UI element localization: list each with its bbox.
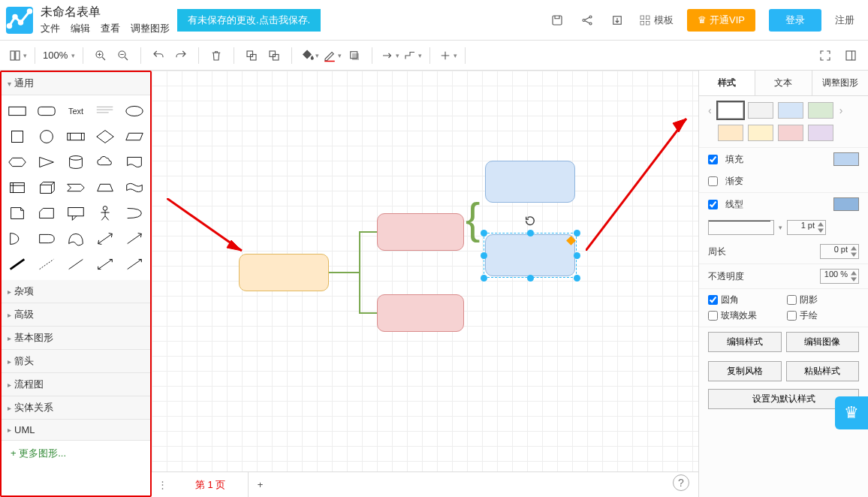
connector[interactable]	[359, 231, 360, 314]
format-panel-button[interactable]	[841, 46, 860, 65]
menu-view[interactable]: 查看	[101, 22, 120, 35]
export-icon[interactable]	[609, 12, 625, 29]
tab-style[interactable]: 样式	[699, 71, 755, 95]
shape-circle[interactable]	[32, 124, 62, 149]
resize-handle[interactable]	[527, 275, 534, 282]
swatch-green[interactable]	[808, 102, 833, 119]
hand-checkbox[interactable]	[787, 311, 797, 321]
shape-card[interactable]	[32, 200, 62, 226]
tab-page-1[interactable]: 第 1 页	[173, 472, 249, 497]
swatch-blue[interactable]	[778, 102, 803, 119]
shape-trapezoid[interactable]	[90, 175, 119, 200]
shape-hexagon[interactable]	[3, 149, 32, 175]
menu-file[interactable]: 文件	[41, 22, 60, 35]
section-flowchart[interactable]: 流程图	[2, 373, 150, 396]
section-advanced[interactable]: 高级	[2, 303, 150, 327]
waypoint-dropdown[interactable]	[402, 46, 422, 65]
undo-button[interactable]	[149, 46, 168, 65]
shape-bidir-arrow[interactable]	[90, 226, 119, 252]
fill-checkbox[interactable]	[708, 155, 718, 164]
section-basic[interactable]: 基本图形	[2, 327, 150, 350]
swatch-prev[interactable]: ‹	[707, 104, 713, 116]
shape-curve-connector[interactable]	[119, 200, 149, 226]
more-shapes-link[interactable]: + 更多图形...	[2, 441, 150, 466]
shape-parallelogram[interactable]	[119, 124, 149, 149]
menu-shape[interactable]: 调整图形	[131, 22, 170, 35]
fill-color-chip[interactable]	[833, 152, 859, 166]
opacity-input[interactable]: 100 %	[820, 269, 859, 284]
shape-ellipse[interactable]	[119, 98, 149, 124]
copy-style-button[interactable]: 复制风格	[708, 361, 782, 381]
swatch-yellow[interactable]	[748, 125, 773, 141]
shape-actor[interactable]	[90, 200, 119, 226]
node-red-1[interactable]	[377, 213, 464, 251]
swatch-orange[interactable]	[718, 125, 743, 141]
shape-cube[interactable]	[32, 175, 62, 200]
resize-handle[interactable]	[574, 230, 580, 236]
rotate-handle[interactable]	[524, 215, 536, 227]
swatch-grey[interactable]	[748, 102, 773, 119]
line-checkbox[interactable]	[708, 200, 718, 209]
resize-handle[interactable]	[481, 275, 487, 282]
unsaved-notice[interactable]: 有未保存的更改.点击我保存.	[177, 9, 321, 32]
shape-diamond[interactable]	[90, 124, 119, 149]
swatch-red[interactable]	[778, 125, 803, 141]
node-blue-1[interactable]	[485, 161, 575, 203]
glass-checkbox[interactable]	[708, 311, 718, 321]
connector[interactable]	[359, 312, 377, 314]
node-red-2[interactable]	[377, 294, 464, 332]
section-general[interactable]: 通用	[2, 72, 150, 95]
line-width-input[interactable]: 1 pt	[787, 220, 826, 235]
section-misc[interactable]: 杂项	[2, 280, 150, 303]
shape-callout[interactable]	[62, 200, 91, 226]
swatch-next[interactable]: ›	[838, 104, 845, 116]
connector[interactable]	[359, 231, 377, 233]
zoom-in-button[interactable]	[91, 46, 110, 65]
shape-and[interactable]	[32, 226, 62, 252]
view-mode-dropdown[interactable]	[8, 46, 27, 65]
shape-sidebar[interactable]: 通用 Text	[0, 71, 152, 497]
swatch-purple[interactable]	[808, 125, 833, 141]
to-front-button[interactable]	[242, 46, 261, 65]
zoom-out-button[interactable]	[113, 46, 133, 65]
shape-rounded-rect[interactable]	[32, 98, 62, 124]
fullscreen-button[interactable]	[815, 46, 835, 65]
shape-triangle[interactable]	[32, 149, 62, 175]
shape-link-bidir[interactable]	[90, 252, 119, 277]
perimeter-input[interactable]: 0 pt	[820, 244, 859, 259]
add-page-button[interactable]: +	[249, 479, 271, 490]
section-entity[interactable]: 实体关系	[2, 396, 150, 420]
shape-document[interactable]	[119, 149, 149, 175]
section-uml[interactable]: UML	[2, 420, 150, 441]
app-logo[interactable]	[6, 7, 33, 34]
line-color-dropdown[interactable]	[322, 46, 342, 65]
login-button[interactable]: 登录	[769, 9, 821, 32]
shape-or[interactable]	[3, 226, 32, 252]
pages-menu[interactable]: ⋮	[152, 479, 173, 490]
shadow-button[interactable]	[345, 46, 364, 65]
shape-step[interactable]	[62, 175, 91, 200]
section-arrows[interactable]: 箭头	[2, 350, 150, 373]
shape-rect[interactable]	[3, 98, 32, 124]
tab-adjust[interactable]: 调整图形	[812, 71, 868, 95]
share-icon[interactable]	[579, 12, 595, 29]
line-style-select[interactable]	[708, 220, 774, 235]
gradient-checkbox[interactable]	[708, 176, 718, 186]
shape-cloud[interactable]	[90, 149, 119, 175]
shape-textbox[interactable]	[90, 98, 119, 124]
connector[interactable]	[329, 272, 359, 273]
node-orange[interactable]	[239, 254, 329, 291]
shape-internal-storage[interactable]	[3, 175, 32, 200]
resize-handle[interactable]	[574, 275, 580, 282]
delete-button[interactable]	[206, 46, 226, 65]
zoom-dropdown[interactable]: 100%▾	[43, 50, 75, 61]
shape-link-arrow[interactable]	[119, 252, 149, 277]
redo-button[interactable]	[171, 46, 191, 65]
paste-style-button[interactable]: 粘贴样式	[786, 361, 860, 381]
shape-line[interactable]	[62, 252, 91, 277]
menu-edit[interactable]: 编辑	[71, 22, 90, 35]
save-icon[interactable]	[549, 12, 565, 29]
vip-button[interactable]: ♛ 开通VIP	[687, 9, 755, 32]
shape-arrow[interactable]	[119, 226, 149, 252]
shape-line-dashed[interactable]	[32, 252, 62, 277]
